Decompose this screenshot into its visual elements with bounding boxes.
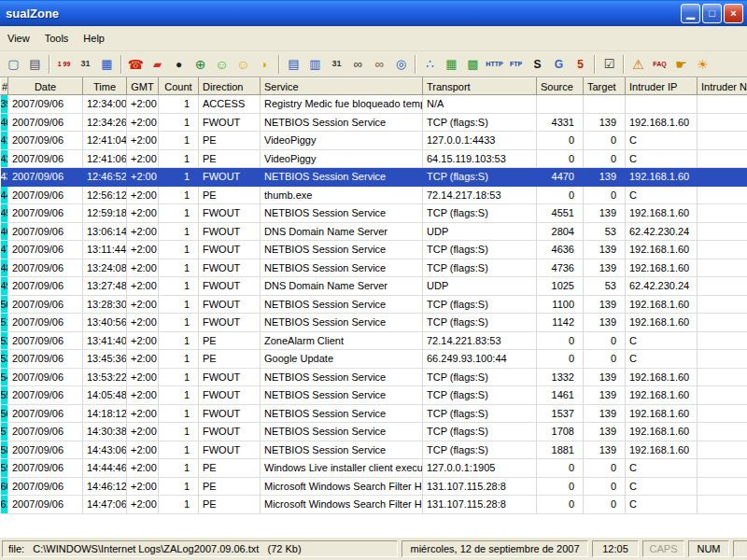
table-row[interactable]: 492007/09/0613:27:48+2:001FWOUTDNS Domai…: [1, 277, 747, 296]
table-row[interactable]: 392007/09/0612:34:00+2:001ACCESSRegistry…: [1, 95, 747, 114]
browser-5-button[interactable]: 5: [570, 54, 591, 75]
table-row[interactable]: 402007/09/0612:34:26+2:001FWOUTNETBIOS S…: [1, 113, 747, 132]
cell-intruder_name: [698, 331, 747, 350]
column-header-date[interactable]: Date: [8, 78, 83, 95]
hand-pointer-button[interactable]: ☛: [670, 54, 692, 75]
table-row[interactable]: 452007/09/0612:59:18+2:001FWOUTNETBIOS S…: [1, 204, 747, 223]
table-row[interactable]: 592007/09/0614:44:46+2:001PEWindows Live…: [1, 459, 747, 478]
cell-service: NETBIOS Session Service: [261, 423, 423, 441]
table-row[interactable]: 432007/09/0612:46:52+2:001FWOUTNETBIOS S…: [1, 168, 747, 187]
cell-time: 12:59:18: [83, 204, 127, 223]
table-row[interactable]: 412007/09/0612:41:04+2:001PEVideoPiggy12…: [1, 132, 747, 150]
column-header-count[interactable]: Count: [159, 78, 199, 95]
cell-target: 53: [584, 222, 626, 241]
cell-service: Microsoft Windows Search Filter Host: [261, 477, 423, 496]
globe-icon: ⊕: [195, 58, 206, 71]
range-1-99-button[interactable]: 1 99: [53, 54, 75, 75]
column-header-transport[interactable]: Transport: [423, 78, 537, 95]
options-checkbox-button[interactable]: ☑: [599, 54, 620, 75]
table-row[interactable]: 512007/09/0613:40:56+2:001FWOUTNETBIOS S…: [1, 314, 747, 332]
cell-time: 14:44:46: [83, 459, 127, 478]
cell-transport: UDP: [423, 222, 537, 241]
cell-gmt: +2:00: [127, 404, 159, 423]
table-row[interactable]: 582007/09/0614:43:06+2:001FWOUTNETBIOS S…: [1, 441, 747, 459]
table-row[interactable]: 532007/09/0613:45:36+2:001PEGoogle Updat…: [1, 350, 747, 369]
cluster-button[interactable]: ∴: [419, 54, 441, 75]
log-table-area: #DateTimeGMTCountDirectionServiceTranspo…: [0, 77, 747, 538]
table-row[interactable]: 542007/09/0613:53:22+2:001FWOUTNETBIOS S…: [1, 368, 747, 386]
window-controls: ▁□×: [681, 4, 747, 23]
table-row[interactable]: 602007/09/0614:46:12+2:001PEMicrosoft Wi…: [1, 477, 747, 496]
cell-num: 39: [1, 95, 8, 114]
speech-bubble-button[interactable]: ◗: [254, 54, 275, 75]
zoom-button[interactable]: ◎: [390, 54, 412, 75]
smiley-green-button[interactable]: ☺: [211, 54, 233, 75]
table-row[interactable]: 472007/09/0613:11:44+2:001FWOUTNETBIOS S…: [1, 241, 747, 259]
cell-transport: N/A: [423, 95, 537, 114]
column-header-time[interactable]: Time: [83, 78, 127, 95]
cell-date: 2007/09/06: [8, 295, 83, 314]
column-header-gmt[interactable]: GMT: [127, 78, 159, 95]
grid-export-button[interactable]: ▩: [462, 54, 484, 75]
donate-button[interactable]: ☀: [692, 54, 713, 75]
calendar-31-button[interactable]: 31: [75, 54, 96, 75]
print-button[interactable]: ▤: [24, 54, 46, 75]
cell-time: 13:24:08: [83, 259, 127, 277]
alert-triangle-button[interactable]: ⚠: [627, 54, 649, 75]
google-button[interactable]: G: [548, 54, 570, 75]
cell-intruder_ip: 62.42.230.24: [626, 222, 698, 241]
table-row[interactable]: 502007/09/0613:28:30+2:001FWOUTNETBIOS S…: [1, 295, 747, 314]
statistics-button[interactable]: ▦: [96, 54, 118, 75]
status-num-indicator: NUM: [688, 540, 729, 557]
cell-date: 2007/09/06: [8, 386, 83, 405]
dialup-phone-button[interactable]: ☎: [125, 54, 147, 75]
column-header-source[interactable]: Source: [537, 78, 584, 95]
calendar-view-button[interactable]: 31: [326, 54, 347, 75]
column-header-intruder_name[interactable]: Intruder N: [698, 78, 747, 95]
table-row[interactable]: 482007/09/0613:24:08+2:001FWOUTNETBIOS S…: [1, 259, 747, 277]
column-header-num[interactable]: #: [1, 78, 8, 95]
menu-view[interactable]: View: [0, 29, 37, 48]
close-button[interactable]: ×: [724, 4, 743, 23]
table-row[interactable]: 522007/09/0613:41:40+2:001PEZoneAlarm Cl…: [1, 331, 747, 350]
ftp-button[interactable]: FTP: [505, 54, 527, 75]
column-header-intruder_ip[interactable]: Intruder IP: [626, 78, 698, 95]
menu-help[interactable]: Help: [76, 29, 112, 48]
cell-time: 13:41:40: [83, 331, 127, 350]
http-button[interactable]: HTTP: [484, 54, 505, 75]
maximize-button[interactable]: □: [702, 4, 722, 23]
cell-time: 12:46:52: [83, 168, 127, 187]
chart-button[interactable]: ▦: [441, 54, 462, 75]
table-row[interactable]: 612007/09/0614:47:06+2:001PEMicrosoft Wi…: [1, 496, 747, 514]
column-header-target[interactable]: Target: [584, 78, 626, 95]
fire-truck-button[interactable]: ▰: [147, 54, 168, 75]
column-header-service[interactable]: Service: [261, 78, 423, 95]
cell-intruder_name: [698, 404, 747, 423]
find-next-icon: ∞: [375, 58, 384, 70]
table-row[interactable]: 442007/09/0612:56:12+2:001PEthumb.exe72.…: [1, 186, 747, 204]
cell-date: 2007/09/06: [8, 241, 83, 259]
table-row[interactable]: 552007/09/0614:05:48+2:001FWOUTNETBIOS S…: [1, 386, 747, 405]
cell-gmt: +2:00: [127, 149, 159, 168]
bomb-button[interactable]: ●: [168, 54, 190, 75]
find-button[interactable]: ∞: [347, 54, 369, 75]
table-row[interactable]: 462007/09/0613:06:14+2:001FWOUTDNS Domai…: [1, 222, 747, 241]
summary-report-button[interactable]: ▥: [304, 54, 326, 75]
menu-tools[interactable]: Tools: [37, 29, 77, 48]
report-button[interactable]: ▤: [283, 54, 304, 75]
cell-count: 1: [159, 441, 199, 459]
cell-count: 1: [159, 331, 199, 350]
whois-s-button[interactable]: S: [527, 54, 548, 75]
column-header-direction[interactable]: Direction: [199, 78, 261, 95]
minimize-button[interactable]: ▁: [681, 4, 700, 23]
cell-source: 4551: [537, 204, 584, 223]
table-row[interactable]: 422007/09/0612:41:06+2:001PEVideoPiggy64…: [1, 149, 747, 168]
cell-num: 54: [1, 368, 8, 386]
smiley-yellow-button[interactable]: ☺: [233, 54, 254, 75]
faq-button[interactable]: FAQ: [649, 54, 670, 75]
open-log-button[interactable]: ▢: [3, 54, 24, 75]
table-row[interactable]: 562007/09/0614:18:12+2:001FWOUTNETBIOS S…: [1, 404, 747, 423]
globe-button[interactable]: ⊕: [190, 54, 211, 75]
find-next-button[interactable]: ∞: [369, 54, 390, 75]
table-row[interactable]: 572007/09/0614:30:38+2:001FWOUTNETBIOS S…: [1, 423, 747, 441]
